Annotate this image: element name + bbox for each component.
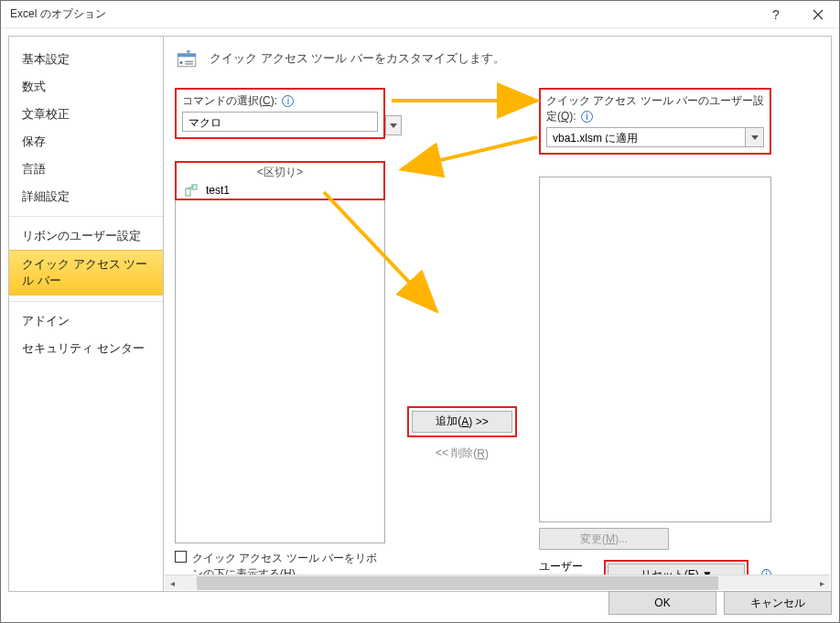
page-heading: クイック アクセス ツール バーをカスタマイズします。: [175, 46, 820, 71]
customize-combo-button[interactable]: [745, 128, 763, 146]
macro-icon: [184, 183, 199, 198]
commands-list[interactable]: <区切り> test1: [175, 161, 385, 543]
add-button[interactable]: 追加(A) >>: [412, 411, 512, 433]
customize-combo-value: vba1.xlsm に適用: [547, 128, 745, 146]
add-button-highlight: 追加(A) >>: [407, 406, 517, 437]
svg-rect-5: [186, 188, 190, 196]
right-combo-group: クイック アクセス ツール バーのユーザー設定(Q): i vba1.xlsm …: [539, 88, 771, 155]
options-dialog: Excel のオプション ? 基本設定 数式 文章校正 保存 言語 詳細設定 リ…: [0, 0, 840, 623]
modify-button[interactable]: 変更(M)...: [539, 528, 669, 550]
sidebar-item-trust[interactable]: セキュリティ センター: [9, 335, 163, 362]
heading-text: クイック アクセス ツール バーをカスタマイズします。: [210, 50, 505, 67]
scroll-thumb[interactable]: [197, 576, 718, 590]
close-icon: [813, 9, 824, 20]
left-combo-group: コマンドの選択(C): i マクロ: [175, 88, 385, 139]
sidebar-item-proofing[interactable]: 文章校正: [9, 101, 163, 128]
sidebar-item-qat[interactable]: クイック アクセス ツール バー: [9, 250, 163, 295]
sidebar-item-language[interactable]: 言語: [9, 156, 163, 183]
show-below-ribbon-checkbox[interactable]: [175, 551, 187, 563]
close-button[interactable]: [797, 1, 839, 27]
macro-item-label: test1: [206, 184, 230, 197]
chevron-down-icon: [751, 135, 759, 140]
sidebar-item-general[interactable]: 基本設定: [9, 46, 163, 73]
info-icon[interactable]: i: [581, 111, 593, 123]
commands-combo-button[interactable]: [385, 116, 401, 134]
commands-label: コマンドの選択(C): i: [182, 93, 378, 109]
sidebar: 基本設定 数式 文章校正 保存 言語 詳細設定 リボンのユーザー設定 クイック …: [8, 36, 164, 592]
main-panel: クイック アクセス ツール バーをカスタマイズします。 コマンドの選択(C): …: [164, 36, 832, 592]
svg-rect-4: [185, 63, 193, 64]
macro-item-test1[interactable]: test1: [177, 182, 383, 199]
scroll-left-button[interactable]: ◂: [165, 575, 180, 591]
window-controls: ?: [755, 1, 839, 27]
customize-combo[interactable]: vba1.xlsm に適用: [546, 127, 764, 147]
titlebar: Excel のオプション ?: [1, 1, 839, 28]
dialog-body: 基本設定 数式 文章校正 保存 言語 詳細設定 リボンのユーザー設定 クイック …: [1, 28, 839, 622]
qat-list[interactable]: [539, 177, 771, 522]
window-title: Excel のオプション: [10, 6, 106, 22]
sidebar-item-save[interactable]: 保存: [9, 128, 163, 156]
sidebar-item-advanced[interactable]: 詳細設定: [9, 183, 163, 210]
help-button[interactable]: ?: [755, 1, 797, 27]
customize-label: クイック アクセス ツール バーのユーザー設定(Q): i: [546, 93, 764, 124]
info-icon[interactable]: i: [282, 95, 294, 107]
sidebar-item-ribbon[interactable]: リボンのユーザー設定: [9, 222, 163, 250]
commands-combo[interactable]: マクロ: [182, 112, 378, 132]
dialog-footer: OK キャンセル: [608, 591, 832, 615]
separator-header[interactable]: <区切り>: [177, 163, 383, 182]
remove-button[interactable]: << 削除(R): [412, 443, 512, 465]
scroll-right-button[interactable]: ▸: [814, 575, 830, 591]
cancel-button[interactable]: キャンセル: [724, 591, 832, 615]
sidebar-item-addins[interactable]: アドイン: [9, 307, 163, 335]
svg-rect-3: [185, 61, 193, 62]
sidebar-item-formulas[interactable]: 数式: [9, 73, 163, 101]
chevron-down-icon: [390, 124, 397, 128]
commands-combo-value: マクロ: [183, 113, 377, 131]
ok-button[interactable]: OK: [608, 591, 716, 615]
svg-rect-1: [178, 54, 196, 58]
svg-point-2: [179, 61, 183, 65]
qat-icon: [175, 46, 200, 71]
horizontal-scrollbar[interactable]: ◂ ▸: [165, 575, 830, 590]
